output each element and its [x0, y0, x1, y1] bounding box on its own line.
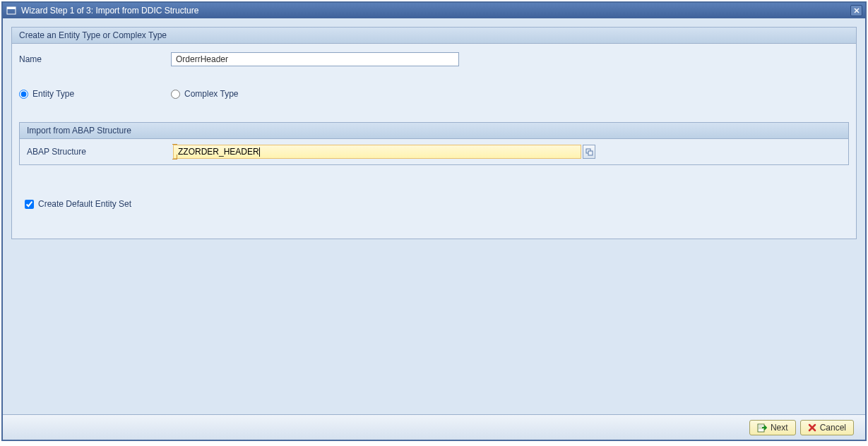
svg-rect-7 [759, 426, 763, 426]
complex-type-radio-label: Complex Type [184, 89, 238, 99]
abap-structure-value: ZZORDER_HEADER [178, 147, 259, 157]
window-title: Wizard Step 1 of 3: Import from DDIC Str… [21, 6, 850, 16]
svg-rect-1 [7, 7, 16, 9]
entity-type-radio-label: Entity Type [32, 89, 74, 99]
create-default-entity-set-row[interactable]: Create Default Entity Set [19, 165, 849, 216]
entity-type-header: Create an Entity Type or Complex Type [12, 28, 856, 44]
window-icon [6, 5, 17, 16]
svg-rect-9 [759, 428, 763, 429]
entity-type-radio[interactable] [19, 90, 28, 99]
next-button[interactable]: Next [749, 420, 796, 435]
abap-structure-label: ABAP Structure [27, 147, 173, 157]
value-help-button[interactable] [583, 145, 595, 159]
name-label: Name [19, 54, 171, 64]
complex-type-radio-group[interactable]: Complex Type [171, 89, 238, 99]
entity-type-radio-group[interactable]: Entity Type [19, 89, 171, 99]
entity-type-groupbox: Create an Entity Type or Complex Type Na… [11, 27, 857, 239]
value-help-icon [585, 148, 593, 156]
next-button-label: Next [771, 423, 788, 433]
cancel-icon [808, 423, 816, 432]
abap-structure-input[interactable]: ZZORDER_HEADER [173, 145, 581, 159]
abap-structure-groupbox: Import from ABAP Structure ABAP Structur… [19, 122, 849, 165]
next-icon [757, 423, 767, 433]
create-default-entity-set-label: Create Default Entity Set [38, 199, 131, 209]
abap-structure-header: Import from ABAP Structure [20, 123, 848, 139]
window-titlebar: Wizard Step 1 of 3: Import from DDIC Str… [3, 3, 865, 18]
complex-type-radio[interactable] [171, 90, 180, 99]
cancel-button-label: Cancel [820, 423, 846, 433]
create-default-entity-set-checkbox[interactable] [25, 200, 34, 209]
svg-rect-5 [588, 151, 593, 155]
name-input[interactable] [171, 52, 459, 66]
window-close-button[interactable] [850, 5, 862, 16]
cancel-button[interactable]: Cancel [800, 420, 854, 435]
bottom-toolbar: Next Cancel [3, 414, 865, 440]
